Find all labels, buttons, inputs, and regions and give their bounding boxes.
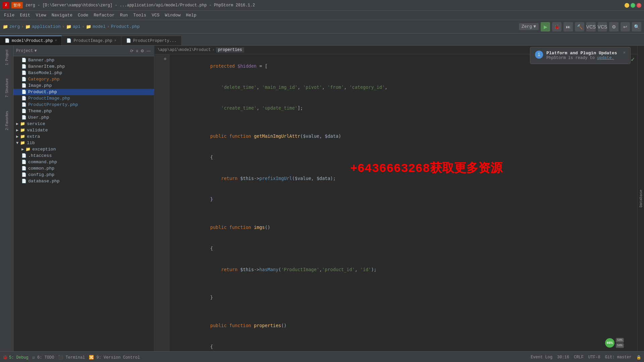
step-button[interactable]: ⏭ xyxy=(564,22,573,32)
breadcrumb-application[interactable]: application xyxy=(32,24,61,29)
folder-service-label: service xyxy=(27,121,45,126)
hide-panel-button[interactable]: — xyxy=(146,48,151,54)
tree-item-common[interactable]: 📄 common.php xyxy=(13,165,154,172)
collapse-button[interactable]: ≡ xyxy=(135,48,139,54)
notification-link[interactable]: update. xyxy=(597,56,614,60)
settings-icon[interactable]: ⚙ xyxy=(140,48,145,54)
terminal-icon: ⬛ xyxy=(58,355,63,360)
vcs-button2[interactable]: VCS xyxy=(598,22,607,32)
menu-edit[interactable]: Edit xyxy=(17,11,33,19)
cursor-position: 30:16 xyxy=(557,355,569,360)
menu-run[interactable]: Run xyxy=(117,11,130,19)
vcs-button1[interactable]: VCS xyxy=(586,22,596,32)
pause-button[interactable]: 暂停 xyxy=(11,2,23,8)
tree-item-image[interactable]: 📄 Image.php xyxy=(13,82,154,89)
breadcrumb-api[interactable]: api xyxy=(73,24,80,29)
event-log-label[interactable]: Event Log xyxy=(531,355,552,360)
tab-close-icon[interactable]: × xyxy=(55,39,57,43)
tree-item-banner[interactable]: 📄 Banner.php xyxy=(13,57,154,63)
status-bar: 🐞 5: Debug ☑ 6: TODO ⬛ Terminal 🔀 9: Ver… xyxy=(0,351,644,362)
folder-exception-label: exception xyxy=(32,147,56,152)
menu-navigate[interactable]: Navigate xyxy=(49,11,75,19)
tree-item-validate-folder[interactable]: ▶ 📁 validate xyxy=(13,127,154,133)
tree-item-lib-folder[interactable]: ▼ 📁 lib xyxy=(13,140,154,146)
encoding[interactable]: UTF-8 xyxy=(588,355,600,360)
notification-title: Platform and Plugin Updates xyxy=(546,51,617,56)
menu-view[interactable]: View xyxy=(33,11,49,19)
project-label: Project xyxy=(16,49,33,53)
tab-product-php[interactable]: 📄 model\Product.php × xyxy=(0,36,62,45)
folder-icon: 📁 xyxy=(20,134,25,139)
tree-item-category[interactable]: 📄 Category.php xyxy=(13,76,154,82)
vcs-status[interactable]: 🔀 9: Version Control xyxy=(89,355,140,360)
code-line xyxy=(172,210,635,217)
build-button[interactable]: 🔨 xyxy=(575,22,584,32)
menu-vcs[interactable]: VCS xyxy=(149,11,162,19)
zerg-label[interactable]: Zerg ▼ xyxy=(519,23,539,30)
window-title: zerg - [D:\Server\xampp\htdocs\zerg] - .… xyxy=(25,3,625,8)
todo-icon: ☑ xyxy=(33,355,35,360)
tree-item-htaccess[interactable]: 📄 .htaccess xyxy=(13,153,154,159)
tree-item-service-folder[interactable]: ▶ 📁 service xyxy=(13,121,154,127)
tree-item-productproperty[interactable]: 📄 ProductProperty.php xyxy=(13,102,154,108)
sync-button[interactable]: ⟳ xyxy=(129,48,134,54)
close-button[interactable]: × xyxy=(637,3,641,8)
maximize-button[interactable]: □ xyxy=(631,3,635,8)
php-file-icon: 📄 xyxy=(21,172,26,177)
structure-panel-btn[interactable]: 7: Structure xyxy=(1,76,12,100)
tree-item-database[interactable]: 📄 database.php xyxy=(13,178,154,184)
toolbar-right: Zerg ▼ ▶ 🐞 ⏭ 🔨 VCS VCS ⚙ ↩ 🔍 xyxy=(519,22,641,32)
line-ending[interactable]: CRLF xyxy=(574,355,584,360)
breadcrumb-model[interactable]: model xyxy=(93,24,106,29)
project-dropdown-icon[interactable]: ▼ xyxy=(34,49,37,53)
todo-status[interactable]: ☑ 6: TODO xyxy=(33,355,54,360)
project-panel-btn[interactable]: 1: Project xyxy=(1,47,12,68)
project-name[interactable]: zerg xyxy=(9,24,20,29)
breadcrumb-file[interactable]: Product.php xyxy=(111,24,140,29)
filename-theme: Theme.php xyxy=(28,109,52,114)
folder-expanded-icon: ▼ xyxy=(16,141,18,145)
tree-item-banneritem[interactable]: 📄 BannerItem.php xyxy=(13,63,154,70)
code-line xyxy=(172,280,635,287)
back-button[interactable]: ↩ xyxy=(621,22,630,32)
tab-product-image[interactable]: 📄 ProductImage.php × xyxy=(62,36,121,45)
code-line xyxy=(172,308,635,315)
php-file-icon: 📄 xyxy=(21,179,26,184)
tree-item-command[interactable]: 📄 command.php xyxy=(13,159,154,165)
run-button[interactable]: ▶ xyxy=(541,22,550,32)
menu-window[interactable]: Window xyxy=(162,11,183,19)
search-button[interactable]: 🔍 xyxy=(632,22,641,32)
tree-item-product[interactable]: 📄 Product.php xyxy=(13,89,154,95)
debug-button[interactable]: 🐞 xyxy=(552,22,561,32)
tree-item-theme[interactable]: 📄 Theme.php xyxy=(13,108,154,114)
terminal-status[interactable]: ⬛ Terminal xyxy=(58,355,85,360)
menu-tools[interactable]: Tools xyxy=(130,11,149,19)
notification-text: PhpStorm is ready to xyxy=(546,56,597,60)
code-line: { xyxy=(172,238,635,259)
filename-config: config.php xyxy=(28,172,54,177)
tree-item-config[interactable]: 📄 config.php xyxy=(13,172,154,178)
menu-refactor[interactable]: Refactor xyxy=(91,11,117,19)
debug-status[interactable]: 🐞 5: Debug xyxy=(3,355,29,360)
settings-button[interactable]: ⚙ xyxy=(609,22,619,32)
notification-close-button[interactable]: × xyxy=(623,51,626,55)
favorites-panel-btn[interactable]: 2: Favorites xyxy=(1,108,12,133)
minimize-button[interactable]: — xyxy=(625,3,629,8)
tree-item-basemodel[interactable]: 📄 BaseModel.php xyxy=(13,70,154,76)
menu-file[interactable]: File xyxy=(1,11,17,19)
progress-circle: 60% xyxy=(605,338,614,348)
git-branch[interactable]: Git: master xyxy=(605,355,632,360)
menu-code[interactable]: Code xyxy=(75,11,91,19)
tree-item-user[interactable]: 📄 User.php xyxy=(13,114,154,121)
tree-item-productimage[interactable]: 📄 ProductImage.php xyxy=(13,95,154,102)
tree-item-exception-folder[interactable]: ▶ 📁 exception xyxy=(13,146,154,153)
database-panel[interactable]: Database xyxy=(637,46,644,351)
menu-help[interactable]: Help xyxy=(183,11,199,19)
php-file-icon: 📄 xyxy=(21,166,26,171)
tab-close-icon[interactable]: × xyxy=(114,39,116,43)
debug-icon: 🐞 xyxy=(3,355,8,360)
tree-item-extra-folder[interactable]: ▶ 📁 extra xyxy=(13,133,154,140)
code-editor[interactable]: ● xyxy=(154,54,637,351)
tab-product-property[interactable]: 📄 ProductProperty... xyxy=(121,36,182,45)
code-content[interactable]: protected $hidden = [ 'delete_time', 'ma… xyxy=(169,54,637,351)
